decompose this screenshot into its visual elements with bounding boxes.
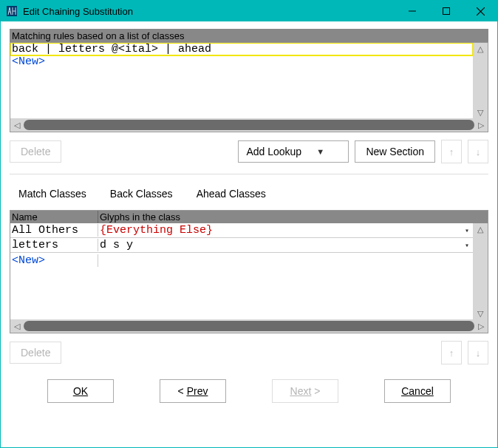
delete-rule-button[interactable]: Delete [10,140,61,163]
new-section-button[interactable]: New Section [355,140,435,163]
add-lookup-dropdown[interactable]: Add Lookup ▼ [238,140,349,163]
rules-section-header: Matching rules based on a list of classe… [10,29,488,42]
titlebar: Edit Chaining Substitution [1,1,497,21]
scroll-hthumb[interactable] [24,321,474,331]
svg-rect-2 [443,8,450,15]
class-glyphs-cell[interactable]: d s y ▾ [98,239,473,251]
class-table-body[interactable]: All Others {Everything Else} ▾ letters d… [10,223,473,319]
close-button[interactable] [463,1,497,21]
window: Edit Chaining Substitution Matching rule… [0,0,498,448]
move-down-button[interactable]: ↓ [468,140,488,163]
rules-hscrollbar[interactable]: ◁ ▷ [10,118,488,132]
class-table-header: Name Glyphs in the class [10,211,488,223]
tab-match-classes[interactable]: Match Classes [14,185,91,203]
add-lookup-label: Add Lookup [246,146,301,157]
rule-row-selected[interactable]: back | letters @<ital> | ahead [10,43,473,55]
class-vscrollbar[interactable]: △ ▽ [473,223,488,319]
table-row-new[interactable]: <New> [10,253,473,268]
col-header-name: Name [10,211,98,223]
scroll-right-icon[interactable]: ▷ [474,319,488,333]
cancel-button[interactable]: Cancel [384,379,451,403]
dialog-content: Matching rules based on a list of classe… [1,21,497,447]
class-table: Name Glyphs in the class All Others {Eve… [10,210,488,333]
next-button[interactable]: Next > [272,379,338,403]
move-up-button[interactable]: ↑ [441,140,462,163]
scroll-down-icon[interactable]: ▽ [473,106,488,118]
ok-label: OK [73,385,88,397]
rule-row-new[interactable]: <New> [10,55,473,68]
ok-button[interactable]: OK [47,379,114,403]
table-row[interactable]: letters d s y ▾ [10,238,473,253]
dialog-footer: OK < Prev Next > Cancel [10,364,488,410]
chevron-down-icon[interactable]: ▾ [465,226,471,235]
scroll-left-icon[interactable]: ◁ [10,319,24,333]
tab-back-classes[interactable]: Back Classes [106,185,177,203]
cancel-label: Cancel [401,385,434,397]
class-name-cell[interactable]: All Others [10,224,98,237]
prev-label: Prev [187,385,208,397]
class-tabs: Match Classes Back Classes Ahead Classes [10,182,488,210]
move-class-up-button[interactable]: ↑ [441,341,462,364]
tab-ahead-classes[interactable]: Ahead Classes [192,185,270,203]
scroll-right-icon[interactable]: ▷ [474,118,488,132]
rules-listbox[interactable]: back | letters @<ital> | ahead <New> [10,43,473,118]
chevron-down-icon[interactable]: ▾ [465,241,471,250]
scroll-hthumb[interactable] [24,120,474,130]
next-label: Next [290,385,312,397]
scroll-htrack[interactable] [24,118,474,132]
window-title: Edit Chaining Substitution [23,6,395,17]
scroll-htrack[interactable] [24,319,474,333]
class-glyphs-cell[interactable]: {Everything Else} ▾ [98,224,473,237]
rules-list: back | letters @<ital> | ahead <New> △ ▽… [10,42,488,132]
app-icon [5,4,18,18]
class-name-cell[interactable]: letters [10,239,98,251]
scroll-up-icon[interactable]: △ [473,43,488,55]
divider [10,174,488,174]
chevron-down-icon: ▼ [316,147,324,156]
move-class-down-button[interactable]: ↓ [468,341,488,364]
rules-toolbar: Delete Add Lookup ▼ New Section ↑ ↓ [10,140,488,163]
class-hscrollbar[interactable]: ◁ ▷ [10,319,488,333]
delete-class-button[interactable]: Delete [10,342,61,364]
scroll-track[interactable] [473,55,488,106]
maximize-button[interactable] [429,1,463,21]
scroll-up-icon[interactable]: △ [473,223,488,235]
scroll-down-icon[interactable]: ▽ [473,308,488,319]
class-toolbar: Delete ↑ ↓ [10,341,488,364]
prev-button[interactable]: < Prev [160,379,226,403]
rules-vscrollbar[interactable]: △ ▽ [473,43,488,118]
col-header-glyphs: Glyphs in the class [98,211,488,223]
minimize-button[interactable] [395,1,429,21]
table-row[interactable]: All Others {Everything Else} ▾ [10,223,473,238]
class-name-new[interactable]: <New> [10,254,98,267]
class-glyphs-value: {Everything Else} [100,224,213,237]
scroll-left-icon[interactable]: ◁ [10,118,24,132]
scroll-track[interactable] [473,235,488,308]
class-glyphs-value: d s y [100,239,133,251]
